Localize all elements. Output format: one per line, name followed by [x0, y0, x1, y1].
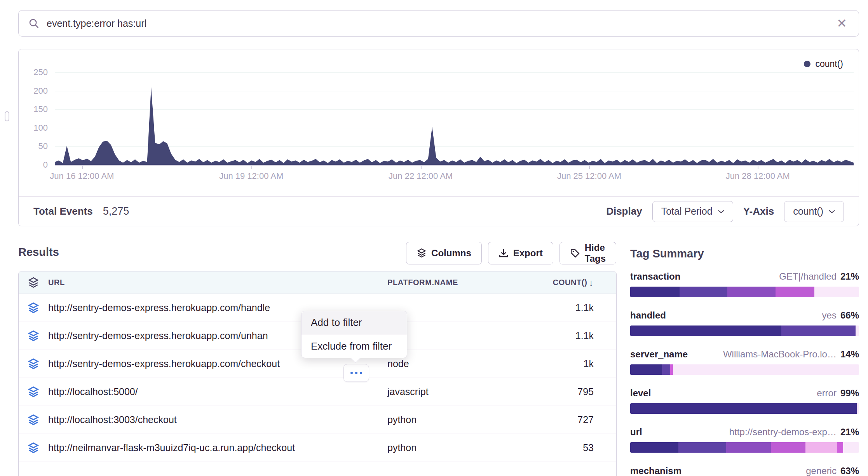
tag-percent: 21%	[840, 271, 859, 282]
tag-bar-segment[interactable]	[726, 442, 771, 453]
tag-top-value: GET|/handled	[779, 271, 837, 282]
table-header-row: URL PLATFORM.NAME COUNT() ↓	[19, 271, 616, 294]
tag-bar-segment[interactable]	[776, 287, 814, 297]
tag-distribution-bar[interactable]	[630, 326, 859, 336]
tag-bar-segment[interactable]	[856, 326, 859, 336]
tag-bar-segment[interactable]	[662, 364, 670, 375]
tag-bar-segment[interactable]	[630, 442, 678, 453]
menu-item-add-to-filter[interactable]: Add to filter	[302, 311, 407, 334]
open-group-layers-icon[interactable]	[19, 302, 48, 314]
sort-descending-icon: ↓	[589, 277, 594, 288]
count-cell: 53	[551, 442, 605, 453]
columns-button[interactable]: Columns	[406, 242, 482, 264]
tag-summary-panel: Tag Summary transaction GET|/handled 21%…	[630, 247, 859, 476]
column-header-url[interactable]: URL	[48, 278, 387, 287]
count-cell: 1k	[551, 358, 605, 369]
open-group-layers-icon[interactable]	[19, 414, 48, 426]
x-axis-tick: Jun 28 12:00 AM	[726, 171, 790, 181]
tag-top-value: Williams-MacBook-Pro.lo…	[723, 349, 837, 360]
yaxis-dropdown[interactable]: count()	[784, 201, 844, 222]
count-cell: 1.1k	[551, 330, 605, 341]
tag-top-value: yes	[822, 310, 837, 321]
tag-bar-segment[interactable]	[727, 287, 776, 297]
search-bar: ✕	[18, 10, 859, 37]
open-group-layers-icon[interactable]	[19, 330, 48, 342]
display-dropdown[interactable]: Total Period	[652, 201, 733, 222]
table-row[interactable]: http://neilmanvar-flask-m3uuizd7iq-uc.a.…	[19, 434, 616, 462]
tag-bar-segment[interactable]	[781, 326, 856, 336]
y-axis-tick: 200	[19, 86, 48, 96]
tag-bar-segment[interactable]	[670, 364, 673, 375]
tag-block-handled: handled yes 66%	[630, 310, 859, 336]
url-cell: http://sentry-demos-express.herokuapp.co…	[48, 358, 387, 369]
legend-dot-icon	[804, 61, 810, 67]
table-row[interactable]	[19, 462, 616, 476]
search-icon	[28, 18, 40, 29]
tag-summary-title: Tag Summary	[630, 247, 859, 260]
tag-bar-segment[interactable]	[673, 364, 859, 375]
tag-distribution-bar[interactable]	[630, 403, 859, 414]
open-group-layers-icon[interactable]	[19, 442, 48, 454]
search-input[interactable]	[47, 18, 834, 29]
button-label: Export	[513, 248, 543, 259]
column-header-count[interactable]: COUNT() ↓	[551, 277, 605, 288]
tag-bar-segment[interactable]	[805, 442, 837, 453]
tag-name: level	[630, 388, 651, 399]
yaxis-label: Y-Axis	[743, 205, 774, 217]
clear-search-icon[interactable]: ✕	[834, 16, 849, 31]
platform-cell: javascript	[387, 386, 551, 397]
hide-tags-button[interactable]: Hide Tags	[559, 242, 616, 264]
tag-top-value: http://sentry-demos-exp…	[729, 427, 837, 438]
count-cell: 795	[551, 386, 605, 397]
y-axis-tick: 0	[19, 160, 48, 170]
open-group-layers-icon[interactable]	[19, 386, 48, 398]
y-axis-tick: 50	[19, 141, 48, 151]
total-events-value: 5,275	[103, 205, 129, 217]
chevron-down-icon	[829, 210, 835, 214]
tag-percent: 99%	[840, 388, 859, 399]
url-cell: http://localhost:3003/checkout	[48, 414, 387, 425]
table-row[interactable]: http://localhost:5000/ javascript 795	[19, 378, 616, 406]
row-actions-button[interactable]	[343, 364, 369, 382]
tag-name: server_name	[630, 349, 688, 360]
tag-distribution-bar[interactable]	[630, 364, 859, 375]
chevron-down-icon	[718, 210, 724, 214]
button-label: Columns	[431, 248, 471, 259]
table-row[interactable]: http://localhost:3003/checkout python 72…	[19, 406, 616, 434]
tag-block-level: level error 99%	[630, 388, 859, 414]
tag-bar-segment[interactable]	[771, 442, 805, 453]
tag-name: handled	[630, 310, 666, 321]
x-axis-tick: Jun 16 12:00 AM	[50, 171, 114, 181]
tag-distribution-bar[interactable]	[630, 442, 859, 453]
results-title: Results	[18, 246, 59, 259]
url-cell: http://localhost:5000/	[48, 386, 387, 397]
tag-percent: 66%	[840, 310, 859, 321]
tag-bar-segment[interactable]	[678, 442, 727, 453]
tag-block-mechanism: mechanism generic 63%	[630, 466, 859, 476]
total-events-label: Total Events	[33, 205, 93, 217]
column-header-platform[interactable]: PLATFORM.NAME	[387, 278, 551, 287]
x-axis-tick: Jun 25 12:00 AM	[557, 171, 621, 181]
layers-icon	[417, 248, 427, 258]
platform-cell: python	[387, 442, 551, 453]
tag-bar-segment[interactable]	[857, 403, 859, 414]
count-cell: 727	[551, 414, 605, 425]
results-toolbar: Columns Export Hide Tags	[408, 242, 616, 264]
tag-bar-segment[interactable]	[814, 287, 859, 297]
tag-bar-segment[interactable]	[630, 326, 781, 336]
count-cell: 1.1k	[551, 302, 605, 313]
tag-bar-segment[interactable]	[843, 442, 859, 453]
tag-distribution-bar[interactable]	[630, 287, 859, 297]
tag-block-transaction: transaction GET|/handled 21%	[630, 271, 859, 297]
panel-drag-handle[interactable]	[5, 111, 9, 121]
tag-bar-segment[interactable]	[630, 287, 680, 297]
open-group-layers-icon[interactable]	[19, 358, 48, 370]
tag-bar-segment[interactable]	[837, 442, 843, 453]
y-axis-tick: 250	[19, 67, 48, 77]
export-button[interactable]: Export	[488, 242, 553, 264]
tag-block-server_name: server_name Williams-MacBook-Pro.lo… 14%	[630, 349, 859, 375]
x-axis-tick: Jun 22 12:00 AM	[389, 171, 453, 181]
tag-bar-segment[interactable]	[630, 403, 857, 414]
tag-bar-segment[interactable]	[680, 287, 728, 297]
tag-bar-segment[interactable]	[630, 364, 662, 375]
